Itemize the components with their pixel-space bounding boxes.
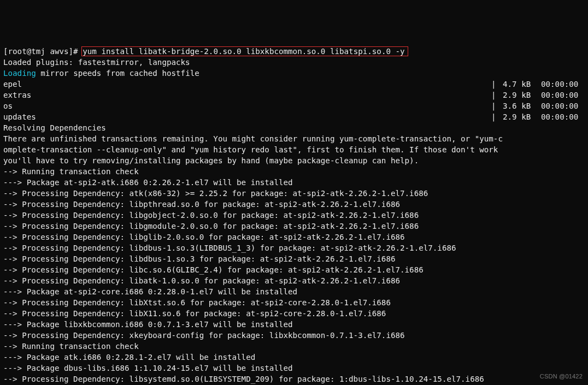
output-line: There are unfinished transactions remain…	[3, 133, 585, 144]
output-line: --> Running transaction check	[3, 341, 585, 352]
output-line: --> Processing Dependency: libgobject-2.…	[3, 210, 585, 221]
output-line: ---> Package at-spi2-core.i686 0:2.28.0-…	[3, 286, 585, 297]
repo-name: updates	[3, 111, 36, 122]
repo-row: epel| 4.7 kB 00:00:00	[3, 79, 585, 90]
loading-rest: mirror speeds from cached hostfile	[36, 69, 199, 78]
output-line: --> Processing Dependency: libsystemd.so…	[3, 374, 585, 384]
repo-row: extras| 2.9 kB 00:00:00	[3, 90, 585, 100]
output-line: --> Processing Dependency: xkeyboard-con…	[3, 330, 585, 341]
output-line: --> Running transaction check	[3, 166, 585, 177]
repo-time: 00:00:00	[541, 79, 585, 90]
repo-name: extras	[3, 90, 31, 100]
output-line: ---> Package atk.i686 0:2.28.1-2.el7 wil…	[3, 352, 585, 363]
output-line: ---> Package at-spi2-atk.i686 0:2.26.2-1…	[3, 177, 585, 188]
repo-time: 00:00:00	[541, 90, 585, 100]
output-line: --> Processing Dependency: atk(x86-32) >…	[3, 188, 585, 199]
loading-word: Loading	[3, 69, 36, 78]
shell-prompt: [root@tmj awvs]#	[3, 47, 78, 56]
repo-size: 4.7 kB	[503, 79, 541, 90]
output-line: --> Processing Dependency: libX11.so.6 f…	[3, 308, 585, 319]
output-line: omplete-transaction --cleanup-only" and …	[3, 144, 585, 155]
terminal-output[interactable]: [root@tmj awvs]# yum install libatk-brid…	[3, 46, 585, 385]
watermark: CSDN @01422	[540, 371, 583, 382]
repo-size: 2.9 kB	[503, 111, 541, 122]
prompt-line: [root@tmj awvs]# yum install libatk-brid…	[3, 46, 585, 57]
repo-name: epel	[3, 79, 22, 90]
output-line: --> Processing Dependency: libglib-2.0.s…	[3, 232, 585, 242]
output-line: Resolving Dependencies	[3, 122, 585, 133]
output-line: --> Processing Dependency: libgmodule-2.…	[3, 221, 585, 232]
repo-size: 3.6 kB	[503, 100, 541, 111]
loaded-plugins-line: Loaded plugins: fastestmirror, langpacks	[3, 57, 585, 68]
repo-separator: |	[31, 90, 503, 100]
output-line: --> Processing Dependency: libXtst.so.6 …	[3, 297, 585, 308]
output-line: you'll have to try removing/installing p…	[3, 155, 585, 166]
repo-row: updates| 2.9 kB 00:00:00	[3, 111, 585, 122]
loading-line: Loading mirror speeds from cached hostfi…	[3, 68, 585, 79]
repo-row: os| 3.6 kB 00:00:00	[3, 100, 585, 111]
repo-time: 00:00:00	[541, 111, 585, 122]
output-line: --> Processing Dependency: libdbus-1.so.…	[3, 253, 585, 264]
output-line: --> Processing Dependency: libc.so.6(GLI…	[3, 264, 585, 275]
output-line: --> Processing Dependency: libpthread.so…	[3, 199, 585, 210]
output-line: --> Processing Dependency: libatk-1.0.so…	[3, 275, 585, 286]
output-line: ---> Package libxkbcommon.i686 0:0.7.1-3…	[3, 319, 585, 330]
repo-name: os	[3, 100, 13, 111]
repo-separator: |	[22, 79, 503, 90]
repo-time: 00:00:00	[541, 100, 585, 111]
shell-command: yum install libatk-bridge-2.0.so.0 libxk…	[83, 47, 404, 56]
repo-size: 2.9 kB	[503, 90, 541, 100]
output-line: ---> Package dbus-libs.i686 1:1.10.24-15…	[3, 363, 585, 374]
output-line: --> Processing Dependency: libdbus-1.so.…	[3, 242, 585, 253]
repo-separator: |	[13, 100, 503, 111]
repo-separator: |	[36, 111, 503, 122]
